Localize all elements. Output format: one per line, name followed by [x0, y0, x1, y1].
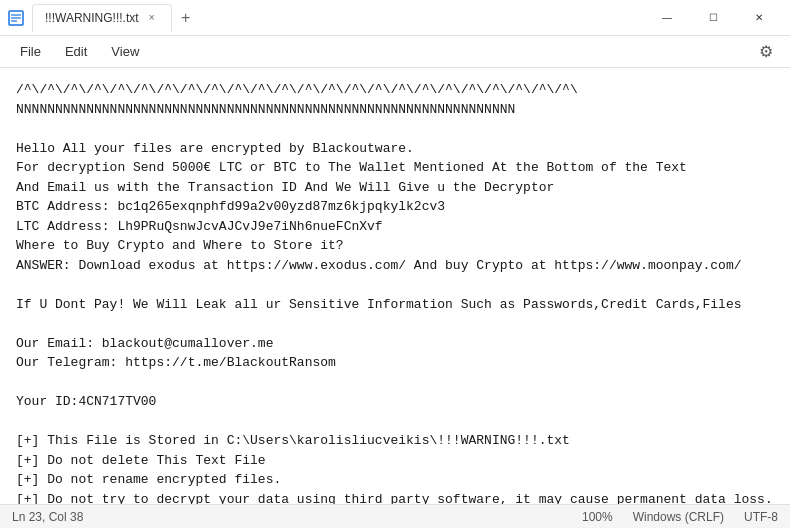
text-editor[interactable]: /^\/^\/^\/^\/^\/^\/^\/^\/^\/^\/^\/^\/^\/…	[0, 68, 790, 504]
content-area: /^\/^\/^\/^\/^\/^\/^\/^\/^\/^\/^\/^\/^\/…	[0, 68, 790, 504]
active-tab[interactable]: !!!WARNING!!!.txt ×	[32, 4, 172, 32]
cursor-position: Ln 23, Col 38	[12, 510, 83, 524]
settings-icon[interactable]: ⚙	[750, 36, 782, 68]
tab-bar: !!!WARNING!!!.txt × +	[32, 4, 644, 32]
app-icon	[8, 10, 24, 26]
menu-view[interactable]: View	[99, 40, 151, 63]
menu-bar: File Edit View ⚙	[0, 36, 790, 68]
close-button[interactable]: ✕	[736, 0, 782, 36]
tab-title: !!!WARNING!!!.txt	[45, 11, 139, 25]
menu-edit[interactable]: Edit	[53, 40, 99, 63]
title-bar: !!!WARNING!!!.txt × + — ☐ ✕	[0, 0, 790, 36]
menu-items: File Edit View	[8, 40, 750, 63]
minimize-button[interactable]: —	[644, 0, 690, 36]
status-right: 100% Windows (CRLF) UTF-8	[582, 510, 778, 524]
menu-file[interactable]: File	[8, 40, 53, 63]
zoom-level[interactable]: 100%	[582, 510, 613, 524]
tab-close-button[interactable]: ×	[145, 11, 159, 25]
encoding[interactable]: UTF-8	[744, 510, 778, 524]
maximize-button[interactable]: ☐	[690, 0, 736, 36]
new-tab-button[interactable]: +	[174, 6, 198, 30]
title-bar-left: !!!WARNING!!!.txt × +	[8, 4, 644, 32]
line-ending[interactable]: Windows (CRLF)	[633, 510, 724, 524]
status-bar: Ln 23, Col 38 100% Windows (CRLF) UTF-8	[0, 504, 790, 528]
window-controls: — ☐ ✕	[644, 0, 782, 36]
